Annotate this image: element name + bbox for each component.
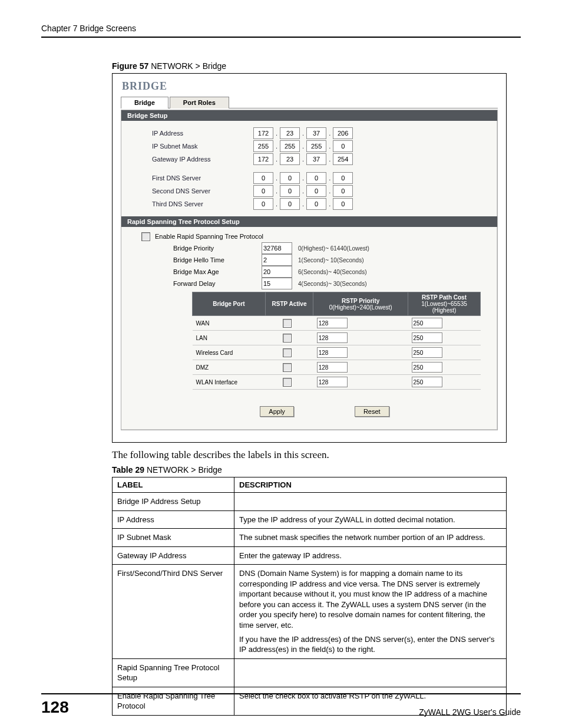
dns3-oct-2[interactable] xyxy=(280,198,300,210)
chapter-header: Chapter 7 Bridge Screens xyxy=(41,24,521,38)
hello-hint: 1(Second)~ 10(Seconds) xyxy=(298,257,363,263)
rstp-priority-input[interactable] xyxy=(317,347,348,358)
dns3-oct-1[interactable] xyxy=(253,198,273,210)
dns1-oct-1[interactable] xyxy=(253,172,273,184)
row-desc xyxy=(234,658,507,687)
enable-rstp-checkbox[interactable] xyxy=(141,232,150,241)
table-row: First/Second/Third DNS ServerDNS (Domain… xyxy=(113,565,507,658)
row-desc xyxy=(234,493,507,511)
port-name: Wireless Card xyxy=(193,345,266,360)
priority-input[interactable] xyxy=(262,242,292,254)
row-desc: DNS (Domain Name System) is for mapping … xyxy=(234,565,507,658)
tab-bridge[interactable]: Bridge xyxy=(121,97,168,108)
figure-prefix: Figure 57 xyxy=(112,61,148,71)
dns3-oct-4[interactable] xyxy=(333,198,353,210)
rstp-cost-input[interactable] xyxy=(412,362,442,373)
gw-oct-2[interactable] xyxy=(280,153,300,165)
dns1-oct-2[interactable] xyxy=(280,172,300,184)
rstp-cost-input[interactable] xyxy=(412,377,442,387)
rstp-cost-input[interactable] xyxy=(412,347,442,358)
label-hello: Bridge Hello Time xyxy=(173,256,262,263)
dns2-oct-3[interactable] xyxy=(306,185,326,197)
row-label: Gateway IP Address xyxy=(113,546,234,565)
th-rstp-priority: RSTP Priority0(Highest)~240(Lowest) xyxy=(313,292,408,316)
row-desc: Enter the gateway IP address. xyxy=(234,546,507,565)
rstp-active-checkbox[interactable] xyxy=(283,334,292,342)
rstp-active-checkbox[interactable] xyxy=(283,348,292,357)
row-label: IP Subnet Mask xyxy=(113,529,234,547)
guide-title: ZyWALL 2WG User's Guide xyxy=(419,707,521,717)
mask-oct-1[interactable] xyxy=(253,140,273,152)
dns2-oct-4[interactable] xyxy=(333,185,353,197)
th-rstp-active: RSTP Active xyxy=(265,292,313,316)
description-table: LABEL DESCRIPTION Bridge IP Address Setu… xyxy=(112,477,507,716)
ip-oct-4[interactable] xyxy=(333,127,353,139)
tab-bar: Bridge Port Roles xyxy=(121,96,498,108)
gw-oct-1[interactable] xyxy=(253,153,273,165)
label-mask: IP Subnet Mask xyxy=(152,143,252,150)
dns1-oct-3[interactable] xyxy=(306,172,326,184)
ip-oct-3[interactable] xyxy=(306,127,326,139)
apply-button[interactable]: Apply xyxy=(260,406,294,417)
row-desc: The subnet mask specifies the network nu… xyxy=(234,529,507,547)
section-bridge-setup: Bridge Setup xyxy=(121,110,497,121)
dns1-oct-4[interactable] xyxy=(333,172,353,184)
rstp-cost-input[interactable] xyxy=(412,332,442,343)
hello-input[interactable] xyxy=(262,254,292,266)
rstp-port-table: Bridge Port RSTP Active RSTP Priority0(H… xyxy=(192,292,481,390)
label-dns3: Third DNS Server xyxy=(152,200,252,207)
rstp-priority-input[interactable] xyxy=(317,332,348,343)
maxage-input[interactable] xyxy=(262,266,292,278)
mask-oct-4[interactable] xyxy=(333,140,353,152)
label-ip: IP Address xyxy=(152,130,252,137)
page-title: BRIDGE xyxy=(122,81,498,91)
rstp-active-checkbox[interactable] xyxy=(283,363,292,372)
rstp-priority-input[interactable] xyxy=(317,318,348,328)
port-name: WAN xyxy=(193,316,266,331)
table-caption: Table 29 NETWORK > Bridge xyxy=(112,465,521,475)
dns3-oct-3[interactable] xyxy=(306,198,326,210)
table-row: Wireless Card xyxy=(193,345,481,360)
label-priority: Bridge Priority xyxy=(173,245,262,252)
following-text: The following table describes the labels… xyxy=(112,449,521,462)
port-name: WLAN Interface xyxy=(193,375,266,390)
th-bridge-port: Bridge Port xyxy=(193,292,266,316)
label-dns1: First DNS Server xyxy=(152,174,252,182)
table-row: Gateway IP AddressEnter the gateway IP a… xyxy=(113,546,507,565)
row-label: Bridge IP Address Setup xyxy=(113,493,234,511)
table-row: DMZ xyxy=(193,360,481,375)
fwd-input[interactable] xyxy=(262,278,292,289)
page-number: 128 xyxy=(41,698,69,717)
row-desc: Type the IP address of your ZyWALL in do… xyxy=(234,510,507,529)
table-prefix: Table 29 xyxy=(112,465,144,475)
table-row: WAN xyxy=(193,316,481,331)
priority-hint: 0(Highest)~ 61440(Lowest) xyxy=(298,245,369,252)
row-label: IP Address xyxy=(113,510,234,529)
table-title: NETWORK > Bridge xyxy=(144,465,222,475)
rstp-priority-input[interactable] xyxy=(317,377,348,387)
ip-oct-2[interactable] xyxy=(280,127,300,139)
rstp-priority-input[interactable] xyxy=(317,362,348,373)
ip-oct-1[interactable] xyxy=(253,127,273,139)
mask-oct-3[interactable] xyxy=(306,140,326,152)
port-name: LAN xyxy=(193,331,266,345)
mask-oct-2[interactable] xyxy=(280,140,300,152)
maxage-hint: 6(Seconds)~ 40(Seconds) xyxy=(298,269,366,275)
page-footer: 128 ZyWALL 2WG User's Guide xyxy=(41,693,521,717)
row-label: First/Second/Third DNS Server xyxy=(113,565,234,658)
gw-oct-3[interactable] xyxy=(306,153,326,165)
figure-caption: Figure 57 NETWORK > Bridge xyxy=(112,61,521,71)
dns2-oct-2[interactable] xyxy=(280,185,300,197)
table-row: Bridge IP Address Setup xyxy=(113,493,507,511)
bridge-screenshot: BRIDGE Bridge Port Roles Bridge Setup IP… xyxy=(112,73,507,443)
rstp-active-checkbox[interactable] xyxy=(283,378,292,387)
label-gw: Gateway IP Address xyxy=(152,156,252,163)
gw-oct-4[interactable] xyxy=(333,153,353,165)
section-rstp-setup: Rapid Spanning Tree Protocol Setup xyxy=(121,216,497,227)
reset-button[interactable]: Reset xyxy=(355,406,389,417)
table-row: Rapid Spanning Tree Protocol Setup xyxy=(113,658,507,687)
tab-port-roles[interactable]: Port Roles xyxy=(170,97,229,108)
dns2-oct-1[interactable] xyxy=(253,185,273,197)
rstp-cost-input[interactable] xyxy=(412,318,442,328)
rstp-active-checkbox[interactable] xyxy=(283,319,292,328)
